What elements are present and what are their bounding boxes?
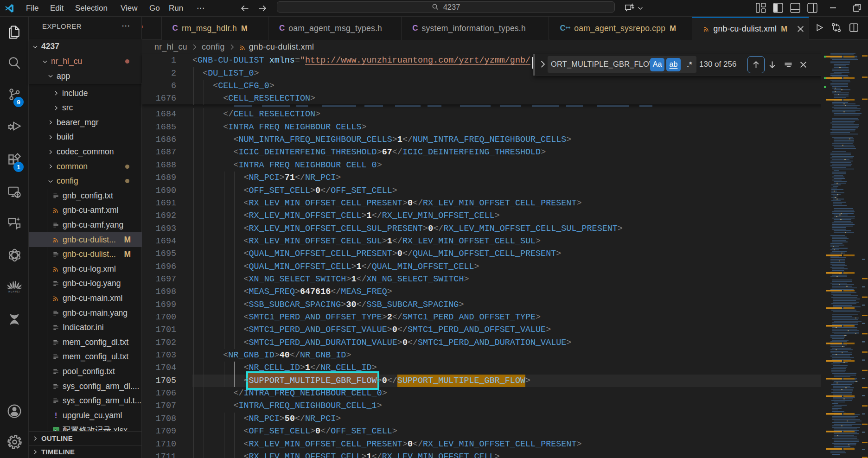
svg-text:HUAWEI: HUAWEI [8,291,20,293]
